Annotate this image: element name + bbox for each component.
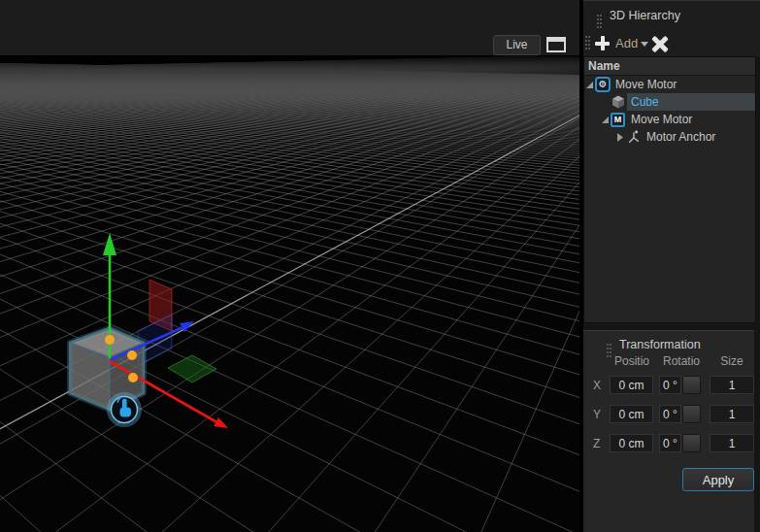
position-y-input[interactable]	[610, 405, 653, 423]
drag-handle-icon[interactable]	[597, 15, 599, 17]
gizmo-handle-dot-y[interactable]	[105, 335, 115, 345]
close-x-icon[interactable]	[651, 35, 669, 52]
chevron-down-icon[interactable]	[641, 42, 648, 47]
size-column-header: Size	[709, 354, 755, 368]
expand-triangle-icon[interactable]	[602, 116, 609, 123]
tree-item-cube[interactable]: Cube	[584, 93, 755, 111]
live-button[interactable]: Live	[493, 35, 541, 55]
apply-button[interactable]: Apply	[682, 468, 754, 491]
name-column-header[interactable]: Name	[584, 57, 755, 76]
app-window: Live 3D Hierarchy Add Name ⚙Move Motor C	[0, 0, 760, 532]
tree-item-label: Cube	[631, 93, 659, 111]
tree-item-motor-anchor[interactable]: Motor Anchor	[584, 128, 755, 146]
scene-3d[interactable]	[0, 0, 579, 532]
position-column-header: Positio	[607, 354, 657, 368]
transform-row-x: X	[583, 376, 754, 396]
axis-label-x: X	[593, 376, 607, 396]
motor-icon: M	[611, 113, 625, 127]
rotation-x-picker-button[interactable]	[682, 376, 701, 394]
tree-item-move-motor[interactable]: MMove Motor	[584, 111, 755, 128]
gizmo-plane-xz[interactable]	[168, 355, 216, 382]
right-panel: 3D Hierarchy Add Name ⚙Move Motor CubeMM…	[583, 0, 760, 532]
rotation-z-picker-button[interactable]	[682, 434, 701, 452]
hierarchy-toolbar: Add	[583, 30, 760, 56]
transform-row-z: Z	[583, 434, 754, 454]
tree-item-label: Move Motor	[615, 76, 677, 93]
anchor-icon	[626, 129, 642, 145]
tree-item-label: Motor Anchor	[646, 128, 715, 146]
gizmo-handle-dot-z[interactable]	[127, 350, 137, 360]
ground-grid	[0, 53, 579, 532]
rotation-column-header: Rotatio	[656, 354, 707, 368]
gizmo-handle-dot-x[interactable]	[128, 373, 138, 382]
transform-row-y: Y	[583, 405, 754, 425]
hierarchy-tree: Name ⚙Move Motor CubeMMove Motor Motor A…	[583, 56, 756, 323]
touch-interaction-icon[interactable]	[109, 394, 140, 425]
drag-handle-icon[interactable]	[607, 344, 609, 346]
viewport-3d[interactable]: Live	[0, 0, 579, 532]
axis-label-y: Y	[593, 405, 607, 425]
rotation-x-input[interactable]	[659, 376, 681, 394]
add-button[interactable]: Add	[615, 30, 638, 56]
plus-icon[interactable]	[594, 35, 611, 51]
maximize-window-icon[interactable]	[546, 37, 566, 52]
hierarchy-panel-title: 3D Hierarchy	[610, 9, 680, 22]
position-z-input[interactable]	[610, 434, 653, 452]
size-z-input[interactable]	[710, 434, 754, 452]
viewport-topbar: Live	[0, 0, 579, 56]
rotation-y-picker-button[interactable]	[682, 405, 701, 423]
tree-item-move-motor[interactable]: ⚙Move Motor	[584, 76, 755, 93]
axis-label-z: Z	[593, 434, 607, 454]
tree-item-label: Move Motor	[631, 111, 692, 128]
cube-icon	[611, 94, 626, 110]
drag-handle-icon[interactable]	[585, 36, 587, 38]
hierarchy-panel-header: 3D Hierarchy Add	[583, 0, 760, 57]
rotation-y-input[interactable]	[659, 405, 681, 423]
transformation-panel: Transformation Positio Rotatio Size XYZ …	[583, 330, 754, 532]
size-y-input[interactable]	[710, 405, 754, 423]
gear-icon: ⚙	[595, 77, 611, 92]
axis-y-arrowhead	[103, 233, 116, 255]
position-x-input[interactable]	[610, 376, 653, 394]
size-x-input[interactable]	[710, 376, 754, 394]
transformation-panel-title: Transformation	[619, 338, 701, 351]
expand-triangle-icon[interactable]	[586, 82, 593, 88]
collapse-triangle-icon[interactable]	[617, 133, 623, 142]
axis-x-arrowhead	[214, 417, 228, 428]
rotation-z-input[interactable]	[659, 434, 681, 452]
